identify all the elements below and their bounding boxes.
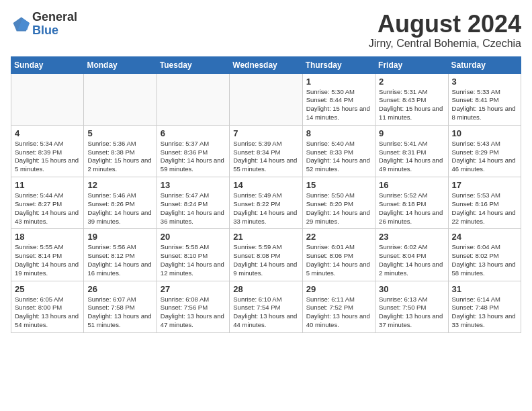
day-number: 7 bbox=[233, 128, 298, 138]
calendar-week-row: 18Sunrise: 5:55 AM Sunset: 8:14 PM Dayli… bbox=[11, 229, 521, 281]
calendar-cell: 21Sunrise: 5:59 AM Sunset: 8:08 PM Dayli… bbox=[230, 229, 302, 281]
calendar-cell: 5Sunrise: 5:36 AM Sunset: 8:38 PM Daylig… bbox=[84, 125, 157, 177]
day-info: Sunrise: 5:49 AM Sunset: 8:22 PM Dayligh… bbox=[233, 191, 298, 226]
calendar-cell: 10Sunrise: 5:43 AM Sunset: 8:29 PM Dayli… bbox=[448, 125, 521, 177]
day-number: 18 bbox=[15, 232, 80, 242]
day-info: Sunrise: 5:53 AM Sunset: 8:16 PM Dayligh… bbox=[452, 191, 517, 226]
calendar-week-row: 11Sunrise: 5:44 AM Sunset: 8:27 PM Dayli… bbox=[11, 177, 521, 229]
calendar-cell: 3Sunrise: 5:33 AM Sunset: 8:41 PM Daylig… bbox=[448, 73, 521, 125]
day-number: 11 bbox=[15, 180, 80, 190]
calendar-cell: 9Sunrise: 5:41 AM Sunset: 8:31 PM Daylig… bbox=[375, 125, 448, 177]
calendar-cell: 17Sunrise: 5:53 AM Sunset: 8:16 PM Dayli… bbox=[448, 177, 521, 229]
calendar-cell: 11Sunrise: 5:44 AM Sunset: 8:27 PM Dayli… bbox=[11, 177, 84, 229]
weekday-header: Friday bbox=[375, 56, 448, 73]
day-number: 23 bbox=[379, 232, 444, 242]
day-info: Sunrise: 5:37 AM Sunset: 8:36 PM Dayligh… bbox=[161, 140, 226, 174]
day-info: Sunrise: 6:10 AM Sunset: 7:54 PM Dayligh… bbox=[233, 295, 298, 330]
calendar-week-row: 4Sunrise: 5:34 AM Sunset: 8:39 PM Daylig… bbox=[11, 125, 521, 177]
day-info: Sunrise: 5:59 AM Sunset: 8:08 PM Dayligh… bbox=[233, 243, 298, 277]
day-number: 14 bbox=[233, 180, 298, 190]
calendar-cell: 25Sunrise: 6:05 AM Sunset: 8:00 PM Dayli… bbox=[11, 281, 84, 332]
day-info: Sunrise: 5:56 AM Sunset: 8:12 PM Dayligh… bbox=[87, 243, 152, 277]
calendar-cell: 7Sunrise: 5:39 AM Sunset: 8:34 PM Daylig… bbox=[230, 125, 302, 177]
calendar-cell: 26Sunrise: 6:07 AM Sunset: 7:58 PM Dayli… bbox=[84, 281, 157, 332]
day-number: 20 bbox=[161, 232, 226, 242]
day-number: 4 bbox=[15, 128, 80, 138]
logo-blue: Blue bbox=[32, 24, 77, 38]
logo-text: General Blue bbox=[32, 11, 77, 38]
day-info: Sunrise: 5:30 AM Sunset: 8:44 PM Dayligh… bbox=[306, 88, 371, 122]
calendar-week-row: 1Sunrise: 5:30 AM Sunset: 8:44 PM Daylig… bbox=[11, 73, 521, 125]
calendar-week-row: 25Sunrise: 6:05 AM Sunset: 8:00 PM Dayli… bbox=[11, 281, 521, 332]
weekday-header-row: SundayMondayTuesdayWednesdayThursdayFrid… bbox=[11, 56, 521, 73]
day-info: Sunrise: 6:08 AM Sunset: 7:56 PM Dayligh… bbox=[161, 295, 226, 330]
weekday-header: Thursday bbox=[302, 56, 375, 73]
calendar-cell: 27Sunrise: 6:08 AM Sunset: 7:56 PM Dayli… bbox=[157, 281, 229, 332]
day-info: Sunrise: 5:41 AM Sunset: 8:31 PM Dayligh… bbox=[379, 140, 444, 174]
calendar-cell: 30Sunrise: 6:13 AM Sunset: 7:50 PM Dayli… bbox=[375, 281, 448, 332]
day-info: Sunrise: 5:58 AM Sunset: 8:10 PM Dayligh… bbox=[161, 243, 226, 277]
calendar-cell bbox=[230, 73, 302, 125]
day-info: Sunrise: 5:43 AM Sunset: 8:29 PM Dayligh… bbox=[452, 140, 517, 174]
day-info: Sunrise: 5:34 AM Sunset: 8:39 PM Dayligh… bbox=[15, 140, 80, 174]
calendar-cell: 23Sunrise: 6:02 AM Sunset: 8:04 PM Dayli… bbox=[375, 229, 448, 281]
day-info: Sunrise: 6:07 AM Sunset: 7:58 PM Dayligh… bbox=[87, 295, 152, 330]
day-info: Sunrise: 5:44 AM Sunset: 8:27 PM Dayligh… bbox=[15, 191, 80, 226]
day-number: 25 bbox=[15, 284, 80, 294]
calendar-table: SundayMondayTuesdayWednesdayThursdayFrid… bbox=[11, 56, 521, 333]
title-block: August 2024 Jirny, Central Bohemia, Czec… bbox=[369, 11, 521, 50]
day-number: 1 bbox=[306, 77, 371, 87]
weekday-header: Wednesday bbox=[230, 56, 302, 73]
day-info: Sunrise: 5:31 AM Sunset: 8:43 PM Dayligh… bbox=[379, 88, 444, 122]
calendar-cell: 20Sunrise: 5:58 AM Sunset: 8:10 PM Dayli… bbox=[157, 229, 229, 281]
day-number: 15 bbox=[306, 180, 371, 190]
day-info: Sunrise: 5:46 AM Sunset: 8:26 PM Dayligh… bbox=[87, 191, 152, 226]
day-info: Sunrise: 6:04 AM Sunset: 8:02 PM Dayligh… bbox=[452, 243, 517, 277]
day-number: 29 bbox=[306, 284, 371, 294]
weekday-header: Sunday bbox=[11, 56, 84, 73]
day-info: Sunrise: 5:36 AM Sunset: 8:38 PM Dayligh… bbox=[87, 140, 152, 174]
calendar-cell bbox=[11, 73, 84, 125]
day-number: 8 bbox=[306, 128, 371, 138]
calendar-cell: 22Sunrise: 6:01 AM Sunset: 8:06 PM Dayli… bbox=[302, 229, 375, 281]
calendar-cell: 12Sunrise: 5:46 AM Sunset: 8:26 PM Dayli… bbox=[84, 177, 157, 229]
day-info: Sunrise: 5:40 AM Sunset: 8:33 PM Dayligh… bbox=[306, 140, 371, 174]
day-number: 24 bbox=[452, 232, 517, 242]
logo-general: General bbox=[32, 11, 77, 24]
day-number: 3 bbox=[452, 77, 517, 87]
day-number: 22 bbox=[306, 232, 371, 242]
day-info: Sunrise: 5:55 AM Sunset: 8:14 PM Dayligh… bbox=[15, 243, 80, 277]
day-info: Sunrise: 6:13 AM Sunset: 7:50 PM Dayligh… bbox=[379, 295, 444, 330]
day-number: 16 bbox=[379, 180, 444, 190]
day-number: 9 bbox=[379, 128, 444, 138]
day-number: 5 bbox=[87, 128, 152, 138]
day-info: Sunrise: 6:14 AM Sunset: 7:48 PM Dayligh… bbox=[452, 295, 517, 330]
calendar-cell: 4Sunrise: 5:34 AM Sunset: 8:39 PM Daylig… bbox=[11, 125, 84, 177]
day-number: 6 bbox=[161, 128, 226, 138]
calendar-cell: 18Sunrise: 5:55 AM Sunset: 8:14 PM Dayli… bbox=[11, 229, 84, 281]
calendar-cell: 15Sunrise: 5:50 AM Sunset: 8:20 PM Dayli… bbox=[302, 177, 375, 229]
logo: General Blue bbox=[11, 11, 77, 38]
day-number: 2 bbox=[379, 77, 444, 87]
calendar-cell: 14Sunrise: 5:49 AM Sunset: 8:22 PM Dayli… bbox=[230, 177, 302, 229]
day-number: 17 bbox=[452, 180, 517, 190]
weekday-header: Saturday bbox=[448, 56, 521, 73]
calendar-cell: 31Sunrise: 6:14 AM Sunset: 7:48 PM Dayli… bbox=[448, 281, 521, 332]
page-header: General Blue August 2024 Jirny, Central … bbox=[11, 11, 521, 50]
calendar-cell: 24Sunrise: 6:04 AM Sunset: 8:02 PM Dayli… bbox=[448, 229, 521, 281]
calendar-cell: 16Sunrise: 5:52 AM Sunset: 8:18 PM Dayli… bbox=[375, 177, 448, 229]
calendar-cell: 6Sunrise: 5:37 AM Sunset: 8:36 PM Daylig… bbox=[157, 125, 229, 177]
calendar-cell: 8Sunrise: 5:40 AM Sunset: 8:33 PM Daylig… bbox=[302, 125, 375, 177]
day-info: Sunrise: 6:11 AM Sunset: 7:52 PM Dayligh… bbox=[306, 295, 371, 330]
calendar-cell: 29Sunrise: 6:11 AM Sunset: 7:52 PM Dayli… bbox=[302, 281, 375, 332]
day-info: Sunrise: 6:05 AM Sunset: 8:00 PM Dayligh… bbox=[15, 295, 80, 330]
day-info: Sunrise: 5:39 AM Sunset: 8:34 PM Dayligh… bbox=[233, 140, 298, 174]
day-info: Sunrise: 5:52 AM Sunset: 8:18 PM Dayligh… bbox=[379, 191, 444, 226]
logo-icon bbox=[11, 15, 30, 34]
calendar-cell bbox=[157, 73, 229, 125]
day-info: Sunrise: 6:01 AM Sunset: 8:06 PM Dayligh… bbox=[306, 243, 371, 277]
calendar-cell: 1Sunrise: 5:30 AM Sunset: 8:44 PM Daylig… bbox=[302, 73, 375, 125]
day-number: 30 bbox=[379, 284, 444, 294]
calendar-subtitle: Jirny, Central Bohemia, Czechia bbox=[369, 38, 521, 50]
calendar-cell: 19Sunrise: 5:56 AM Sunset: 8:12 PM Dayli… bbox=[84, 229, 157, 281]
